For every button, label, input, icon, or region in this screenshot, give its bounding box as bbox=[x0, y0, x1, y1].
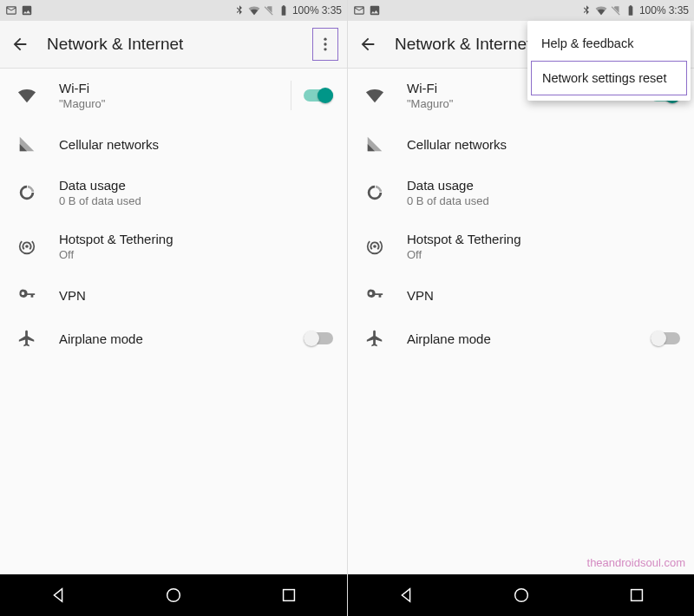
image-icon bbox=[369, 4, 381, 16]
row-cellular-title: Cellular networks bbox=[59, 137, 333, 152]
row-vpn-title: VPN bbox=[59, 288, 333, 303]
settings-list: Wi-Fi "Maguro" Cellular networks Data us… bbox=[348, 69, 694, 574]
screenshot-right: 100% 3:35 Network & Internet Wi-Fi "Magu… bbox=[347, 0, 694, 616]
android-navbar bbox=[348, 574, 694, 616]
overflow-menu-button[interactable] bbox=[312, 28, 338, 61]
svg-point-1 bbox=[324, 43, 326, 45]
row-data-usage[interactable]: Data usage 0 B of data used bbox=[348, 166, 694, 220]
bluetooth-icon bbox=[580, 4, 593, 16]
vpn-key-icon bbox=[363, 285, 386, 305]
settings-list: Wi-Fi "Maguro" Cellular networks Data us… bbox=[0, 69, 347, 574]
clock-text: 3:35 bbox=[322, 4, 342, 16]
app-header: Network & Internet bbox=[0, 21, 347, 69]
svg-point-4 bbox=[167, 589, 180, 602]
battery-text: 100% bbox=[639, 4, 666, 16]
cellular-icon bbox=[16, 134, 38, 154]
row-hotspot-title: Hotspot & Tethering bbox=[407, 232, 680, 246]
row-data-sub: 0 B of data used bbox=[407, 194, 680, 207]
row-cellular[interactable]: Cellular networks bbox=[0, 122, 347, 166]
nav-home[interactable] bbox=[504, 578, 539, 613]
row-airplane-title: Airplane mode bbox=[59, 331, 274, 346]
svg-point-10 bbox=[514, 589, 527, 602]
row-data-usage[interactable]: Data usage 0 B of data used bbox=[0, 166, 347, 220]
data-usage-icon bbox=[363, 183, 386, 202]
wifi-status-icon bbox=[248, 4, 260, 16]
wifi-icon bbox=[16, 86, 38, 105]
overflow-menu: Help & feedback Network settings reset bbox=[527, 21, 691, 101]
menu-network-settings-reset[interactable]: Network settings reset bbox=[531, 61, 687, 95]
row-vpn[interactable]: VPN bbox=[0, 273, 347, 317]
menu-help-feedback[interactable]: Help & feedback bbox=[527, 26, 691, 61]
page-title: Network & Internet bbox=[47, 35, 297, 54]
row-airplane[interactable]: Airplane mode bbox=[348, 317, 694, 360]
row-data-title: Data usage bbox=[407, 178, 680, 193]
nav-back[interactable] bbox=[389, 578, 423, 613]
no-sim-icon bbox=[263, 4, 275, 16]
back-button[interactable] bbox=[9, 33, 31, 56]
cellular-icon bbox=[363, 134, 386, 154]
row-wifi-title: Wi-Fi bbox=[59, 81, 274, 95]
wifi-toggle[interactable] bbox=[304, 88, 333, 103]
gmail-icon bbox=[5, 4, 17, 16]
row-airplane-title: Airplane mode bbox=[407, 331, 621, 346]
data-usage-icon bbox=[16, 183, 38, 202]
battery-text: 100% bbox=[292, 4, 319, 16]
row-wifi[interactable]: Wi-Fi "Maguro" bbox=[0, 69, 347, 122]
battery-icon bbox=[625, 4, 637, 16]
row-data-title: Data usage bbox=[59, 178, 333, 193]
svg-point-0 bbox=[324, 38, 326, 41]
svg-point-9 bbox=[373, 245, 376, 248]
row-vpn[interactable]: VPN bbox=[348, 273, 694, 317]
row-cellular-title: Cellular networks bbox=[407, 137, 680, 152]
airplane-icon bbox=[16, 329, 38, 348]
row-airplane[interactable]: Airplane mode bbox=[0, 317, 347, 360]
hotspot-icon bbox=[16, 237, 38, 256]
image-icon bbox=[21, 4, 33, 16]
row-hotspot-sub: Off bbox=[59, 248, 333, 261]
row-cellular[interactable]: Cellular networks bbox=[348, 122, 694, 166]
row-wifi-sub: "Maguro" bbox=[59, 97, 274, 110]
android-navbar bbox=[0, 574, 347, 616]
airplane-toggle[interactable] bbox=[304, 331, 333, 346]
row-hotspot-title: Hotspot & Tethering bbox=[59, 232, 333, 246]
gmail-icon bbox=[353, 4, 365, 16]
row-hotspot[interactable]: Hotspot & Tethering Off bbox=[348, 220, 694, 273]
nav-back[interactable] bbox=[41, 578, 75, 613]
vpn-key-icon bbox=[16, 285, 38, 305]
svg-rect-11 bbox=[631, 590, 642, 601]
nav-home[interactable] bbox=[156, 578, 191, 613]
hotspot-icon bbox=[363, 237, 386, 256]
status-bar: 100% 3:35 bbox=[0, 0, 347, 21]
back-button[interactable] bbox=[357, 33, 379, 56]
svg-rect-5 bbox=[284, 590, 295, 601]
watermark: theandroidsoul.com bbox=[587, 556, 685, 569]
nav-recents[interactable] bbox=[272, 578, 306, 613]
svg-point-3 bbox=[25, 245, 29, 248]
bluetooth-icon bbox=[233, 4, 246, 16]
screenshot-left: 100% 3:35 Network & Internet Wi-Fi "Magu… bbox=[0, 0, 347, 616]
wifi-icon bbox=[363, 86, 386, 105]
airplane-icon bbox=[363, 329, 386, 348]
airplane-toggle[interactable] bbox=[651, 331, 680, 346]
no-sim-icon bbox=[610, 4, 622, 16]
row-hotspot-sub: Off bbox=[407, 248, 680, 261]
row-vpn-title: VPN bbox=[407, 288, 680, 303]
nav-recents[interactable] bbox=[619, 578, 654, 613]
row-data-sub: 0 B of data used bbox=[59, 194, 333, 207]
wifi-status-icon bbox=[595, 4, 607, 16]
svg-point-2 bbox=[324, 48, 326, 50]
status-bar: 100% 3:35 bbox=[348, 0, 694, 21]
row-hotspot[interactable]: Hotspot & Tethering Off bbox=[0, 220, 347, 273]
battery-icon bbox=[278, 4, 290, 16]
clock-text: 3:35 bbox=[669, 4, 689, 16]
